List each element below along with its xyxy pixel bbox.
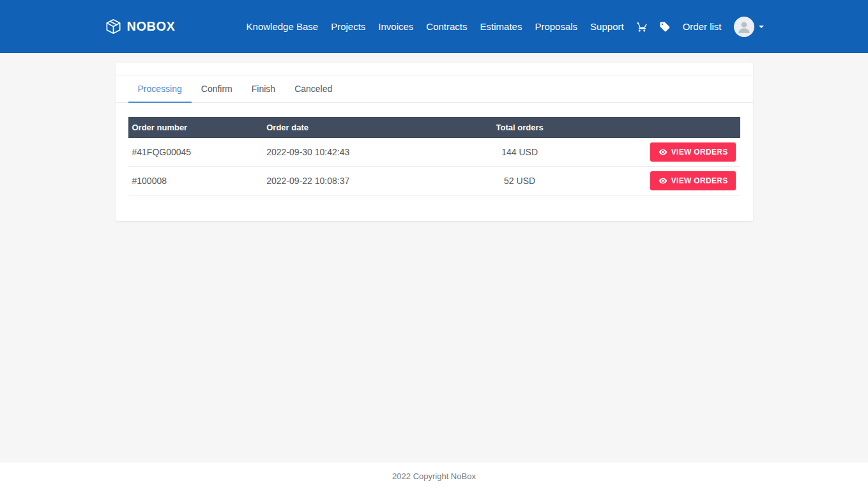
brand-label: NOBOX [127, 19, 176, 34]
table-header-row: Order number Order date Total orders [128, 117, 740, 138]
nav-item-estimates[interactable]: Estimates [475, 16, 528, 37]
navbar-links: Knowledge Base Projects Invoices Contrac… [241, 16, 764, 38]
nav-item-contracts[interactable]: Contracts [420, 16, 473, 37]
view-orders-button[interactable]: VIEW ORDERS [650, 171, 736, 190]
order-date-cell: 2022-09-30 10:42:43 [263, 147, 434, 157]
tab-confirm[interactable]: Confirm [192, 75, 242, 103]
eye-icon [659, 148, 667, 157]
order-number-cell: #41FQG00045 [128, 147, 263, 157]
total-orders-cell: 144 USD [434, 147, 605, 157]
copyright-text: 2022 Copyright NoBox [392, 471, 476, 481]
nav-item-knowledge-base[interactable]: Knowledge Base [241, 16, 324, 37]
box-icon [105, 18, 122, 35]
cart-button[interactable] [631, 16, 653, 38]
tag-button[interactable] [654, 16, 676, 38]
nav-item-support[interactable]: Support [584, 16, 630, 37]
brand[interactable]: NOBOX [105, 18, 176, 35]
actions-cell: VIEW ORDERS [605, 142, 740, 162]
column-header-total-orders: Total orders [434, 117, 605, 138]
tab-finish[interactable]: Finish [242, 75, 285, 103]
view-orders-button-label: VIEW ORDERS [671, 176, 728, 185]
tag-icon [659, 21, 671, 33]
navbar-container: NOBOX Knowledge Base Projects Invoices C… [105, 16, 764, 38]
avatar [734, 17, 754, 37]
order-status-tabs: Processing Confirm Finish Canceled [116, 75, 753, 103]
orders-card: Processing Confirm Finish Canceled Order… [116, 63, 753, 221]
view-orders-button[interactable]: VIEW ORDERS [650, 142, 736, 162]
top-navbar: NOBOX Knowledge Base Projects Invoices C… [0, 0, 868, 53]
orders-table: Order number Order date Total orders #41… [116, 103, 753, 221]
order-date-cell: 2022-09-22 10:08:37 [263, 176, 434, 186]
table-row: #100008 2022-09-22 10:08:37 52 USD VIEW … [128, 167, 740, 195]
tab-canceled[interactable]: Canceled [285, 75, 342, 103]
total-orders-cell: 52 USD [434, 176, 605, 186]
nav-item-proposals[interactable]: Proposals [529, 16, 583, 37]
column-header-order-date: Order date [263, 117, 434, 138]
nav-item-order-list[interactable]: Order list [677, 16, 727, 37]
nav-item-invoices[interactable]: Invoices [372, 16, 419, 37]
card-top-spacer [116, 63, 753, 75]
column-header-order-number: Order number [128, 117, 263, 138]
footer: 2022 Copyright NoBox [0, 463, 868, 490]
actions-cell: VIEW ORDERS [605, 171, 740, 190]
order-number-cell: #100008 [128, 176, 263, 186]
main-content: Processing Confirm Finish Canceled Order… [0, 53, 868, 463]
shopping-cart-icon [636, 21, 648, 33]
tab-processing[interactable]: Processing [128, 75, 192, 103]
column-header-actions [605, 122, 740, 134]
nav-item-projects[interactable]: Projects [325, 16, 371, 37]
view-orders-button-label: VIEW ORDERS [671, 148, 728, 157]
chevron-down-icon [759, 26, 764, 28]
table-row: #41FQG00045 2022-09-30 10:42:43 144 USD … [128, 138, 740, 167]
user-menu[interactable] [734, 17, 764, 37]
eye-icon [659, 176, 667, 185]
